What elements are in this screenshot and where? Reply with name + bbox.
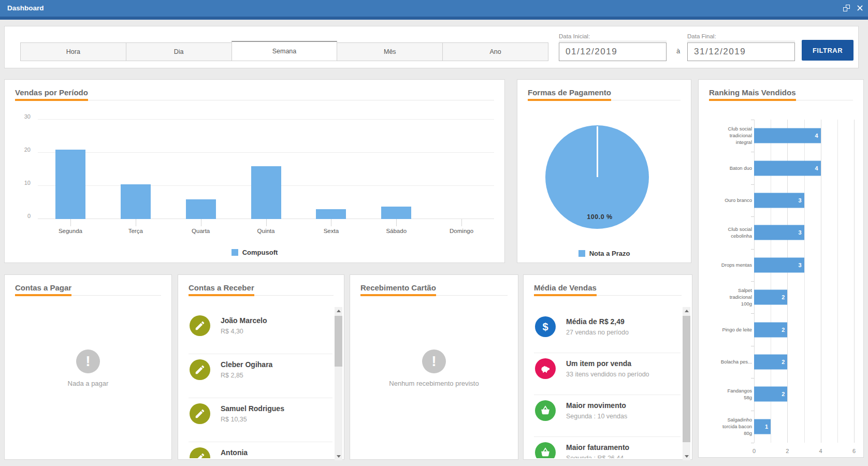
restore-square-front [843, 7, 847, 11]
window-title: Dashboard [7, 0, 44, 17]
date-end-input[interactable] [687, 42, 795, 61]
scroll-up-button[interactable] [683, 307, 690, 315]
list-item[interactable]: AntoniaR$ 66,65 [189, 442, 332, 458]
category-label: Bolacha pes... [702, 358, 752, 365]
contas-receber-list: João MarceloR$ 4,30Cleber OgiharaR$ 2,85… [178, 310, 332, 458]
stat-title: Maior movimento [566, 401, 626, 410]
scrollbar[interactable] [335, 307, 342, 460]
legend-swatch [578, 250, 585, 257]
vendas-bar-chart: 0102030SegundaTerçaQuartaQuintaSextaSába… [38, 120, 494, 219]
filter-button[interactable]: FILTRAR [802, 40, 853, 61]
bar-club-social-tradicional-integral: 4 [754, 128, 821, 143]
ranking-row-drops-mentas: Drops mentas3 [699, 249, 863, 281]
scroll-down-button[interactable] [335, 453, 342, 460]
card-title-ranking: Ranking Mais Vendidos [709, 88, 796, 101]
list-item: Um item por venda33 itens vendidos no pe… [534, 353, 681, 395]
bar-value-label: 2 [782, 387, 785, 402]
category-axis-tick [751, 281, 754, 282]
y-axis-tick-label: 30 [24, 113, 31, 120]
tab-semana[interactable]: Semana [232, 41, 338, 61]
bar-quinta [251, 166, 281, 219]
x-axis-label: Quinta [234, 228, 299, 234]
tab-hora[interactable]: Hora [20, 42, 126, 61]
category-label: Drops mentas [702, 261, 752, 268]
tab-ano[interactable]: Ano [442, 42, 548, 61]
card-head: Ranking Mais Vendidos [709, 88, 853, 100]
stat-title: Média de R$ 2,49 [566, 317, 625, 326]
restore-window-icon[interactable] [843, 5, 850, 11]
bar-value-label: 3 [798, 193, 801, 208]
card-title-recebimento: Recebimento Cartão [360, 283, 436, 296]
x-axis-label: Quarta [168, 228, 234, 234]
card-title-vendas: Vendas por Período [15, 88, 88, 101]
pie-legend: Nota a Prazo [517, 250, 691, 257]
x-axis-tick-label: 2 [786, 448, 789, 454]
scroll-up-button[interactable] [335, 307, 342, 315]
date-range-separator: à [676, 47, 680, 55]
card-title-contas-pagar: Contas a Pagar [15, 283, 71, 296]
date-start-input[interactable] [559, 42, 667, 61]
card-head: Vendas por Período [15, 88, 494, 100]
card-formas-de-pagamento: Formas de Pagamento 100.0 % Nota a Prazo [517, 79, 691, 263]
bar-baton-duo: 4 [754, 161, 821, 176]
category-axis-tick [751, 313, 754, 314]
pie-slice-divider [597, 126, 598, 177]
x-axis-label: Segunda [38, 228, 103, 234]
bar-slots: SegundaTerçaQuartaQuintaSextaSábadoDomin… [38, 120, 494, 219]
category-label: Fandangos58g [702, 387, 752, 401]
contact-name: João Marcelo [221, 316, 267, 325]
stat-subtitle: Segunda : 10 vendas [566, 413, 627, 420]
category-label: Pingo de leite [702, 326, 752, 333]
bar-fandangos-58g: 2 [754, 387, 787, 402]
bar-slot-quinta: Quinta [234, 120, 299, 219]
card-head: Formas de Pagamento [528, 88, 681, 100]
scroll-down-button[interactable] [683, 453, 690, 460]
bar-club-social-cebolinha: 3 [754, 225, 804, 240]
bar-terca [121, 184, 151, 219]
exclamation-icon: ! [422, 350, 446, 373]
stat-subtitle: 27 vendas no período [566, 329, 629, 336]
list-item[interactable]: João MarceloR$ 4,30 [189, 310, 332, 354]
list-item: Maior faturamentoSegunda : R$ 26,44 [534, 437, 681, 458]
x-axis-tick-label: 4 [819, 448, 822, 454]
media-vendas-list: $Média de R$ 2,4927 vendas no períodoUm … [524, 311, 681, 458]
empty-text: Nada a pagar [5, 380, 171, 387]
tab-dia[interactable]: Dia [126, 42, 232, 61]
x-axis-tick-label: 6 [852, 448, 856, 454]
list-item[interactable]: Cleber OgiharaR$ 2,85 [189, 354, 332, 398]
list-item[interactable]: Samuel RodriguesR$ 10,35 [189, 398, 332, 442]
tab-mes[interactable]: Mês [337, 42, 443, 61]
category-axis-tick [751, 346, 754, 346]
bar-value-label: 3 [798, 257, 801, 272]
scrollbar[interactable] [683, 307, 690, 460]
list-item: $Média de R$ 2,4927 vendas no período [534, 311, 681, 353]
legend-label: Nota a Prazo [589, 250, 630, 257]
date-start-label: Data Inicial: [559, 33, 667, 41]
card-vendas-por-periodo: Vendas por Período 0102030SegundaTerçaQu… [4, 79, 505, 263]
x-axis-tick-label: 0 [753, 448, 756, 454]
date-start-group: Data Inicial: [559, 33, 668, 61]
date-end-group: Data Final: [687, 33, 796, 61]
basket-icon [535, 442, 556, 458]
legend-swatch [232, 249, 238, 256]
bar-sexta [316, 209, 346, 219]
card-head: Contas a Receber [189, 283, 334, 296]
y-axis-tick-label: 10 [24, 180, 31, 186]
scroll-thumb[interactable] [683, 316, 690, 442]
pencil-icon [190, 403, 210, 424]
ranking-row-bolacha-pes-: Bolacha pes...2 [699, 346, 863, 378]
bar-slot-sabado: Sábado [364, 120, 429, 219]
close-icon[interactable] [857, 5, 863, 11]
contact-name: Samuel Rodrigues [221, 404, 284, 413]
card-head: Média de Vendas [534, 283, 682, 296]
stat-subtitle: 33 itens vendidos no período [566, 371, 649, 378]
date-end-label: Data Final: [687, 33, 795, 41]
bar-value-label: 4 [815, 128, 818, 143]
category-label: Ouro branco [702, 197, 752, 203]
card-head: Contas a Pagar [15, 283, 161, 296]
ranking-row-salgadinho-torcida-bacon-80g: Salgadinhotorcida bacon80g1 [699, 411, 863, 443]
exclamation-icon: ! [76, 350, 100, 373]
card-media-de-vendas: Média de Vendas $Média de R$ 2,4927 vend… [523, 274, 692, 460]
scroll-thumb[interactable] [335, 316, 342, 367]
bar-slot-segunda: Segunda [38, 120, 103, 219]
